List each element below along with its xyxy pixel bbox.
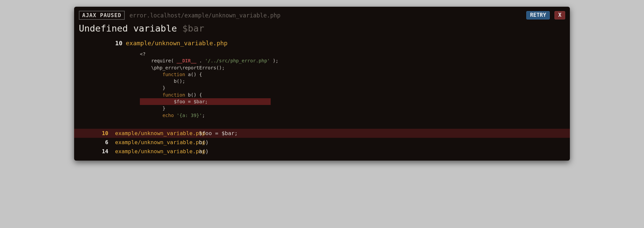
stack-frame[interactable]: 14 example/unknown_variable.php a() — [74, 147, 570, 156]
file-header-path[interactable]: example/unknown_variable.php — [126, 40, 227, 47]
error-title: Undefined variable $bar — [74, 21, 570, 39]
file-header: 10 example/unknown_variable.php — [74, 39, 570, 49]
code-line: \php_error\reportErrors(); — [140, 64, 570, 71]
stack-frame-line: 6 — [74, 139, 108, 146]
stack-frame[interactable]: 6 example/unknown_variable.php b() — [74, 138, 570, 147]
stack-frame-file: example/unknown_variable.php — [108, 148, 199, 155]
stack-frame-snippet: a() — [199, 148, 209, 155]
code-line: require( __DIR__ . '/../src/php_error.ph… — [140, 57, 570, 64]
ajax-status-badge: AJAX PAUSED — [79, 11, 125, 20]
code-line: echo '{a: 39}'; — [140, 112, 570, 119]
code-line-highlighted: $foo = $bar; — [74, 98, 570, 105]
stack-frame[interactable]: 10 example/unknown_variable.php $foo = $… — [74, 129, 570, 138]
stack-frame-snippet: b() — [199, 139, 209, 146]
stack-frame-file: example/unknown_variable.php — [108, 139, 199, 146]
code-line: b(); — [140, 78, 570, 84]
topbar: AJAX PAUSED error.localhost/example/unkn… — [74, 7, 570, 21]
retry-button[interactable]: RETRY — [526, 11, 550, 19]
stack-trace: 10 example/unknown_variable.php $foo = $… — [74, 125, 570, 157]
code-line: <? — [140, 51, 570, 57]
stack-frame-file: example/unknown_variable.php — [108, 130, 199, 136]
code-line: } — [140, 105, 570, 112]
error-panel: AJAX PAUSED error.localhost/example/unkn… — [74, 7, 570, 161]
code-line: } — [140, 84, 570, 91]
stack-frame-line: 14 — [74, 148, 108, 155]
code-snippet: <? require( __DIR__ . '/../src/php_error… — [74, 49, 570, 125]
error-message-text: Undefined variable — [79, 23, 182, 34]
code-line: function b() { — [140, 92, 570, 98]
request-url: error.localhost/example/unknown_variable… — [129, 12, 522, 19]
file-header-line: 10 — [79, 40, 122, 47]
close-button[interactable]: X — [554, 11, 565, 19]
code-line: function a() { — [140, 71, 570, 78]
stack-frame-line: 10 — [74, 130, 108, 136]
stack-frame-snippet: $foo = $bar; — [199, 130, 238, 136]
error-variable-name: $bar — [182, 23, 204, 34]
